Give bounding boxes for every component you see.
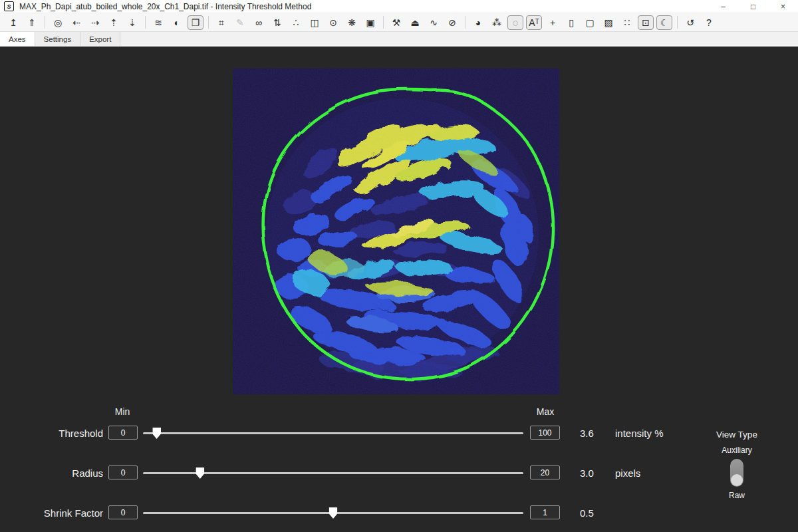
zoom-circle-icon[interactable]: ⊙ bbox=[325, 15, 341, 30]
reset-icon[interactable]: ↺ bbox=[682, 15, 698, 30]
tab-bar: Axes Settings Export bbox=[0, 32, 798, 47]
view-type-label: View Type bbox=[690, 430, 783, 440]
tab-export[interactable]: Export bbox=[80, 32, 120, 46]
threshold-slider-thumb[interactable] bbox=[152, 428, 161, 439]
crop-icon[interactable]: ⌗ bbox=[213, 15, 229, 30]
select-region-icon[interactable]: ▢ bbox=[582, 15, 598, 30]
shrink-factor-value: 0.5 bbox=[580, 507, 594, 519]
export-window-icon[interactable]: ⇑ bbox=[24, 15, 40, 30]
view-type-option-auxiliary: Auxiliary bbox=[690, 446, 783, 455]
main-panel: Min Max Threshold 0 100 3.6 intensity % … bbox=[0, 47, 798, 532]
radius-slider-thumb[interactable] bbox=[196, 467, 204, 479]
particles-icon[interactable]: ∴ bbox=[288, 15, 304, 30]
window-controls: – □ × bbox=[708, 0, 798, 13]
threshold-max-field[interactable]: 100 bbox=[530, 426, 560, 440]
split-view-icon[interactable]: ◫ bbox=[307, 15, 323, 30]
title-bar: S MAX_Ph_Dapi_atub_boiled_whole_20x_Ch1_… bbox=[0, 0, 798, 13]
color-channels-icon[interactable]: ⁂ bbox=[489, 15, 505, 30]
maximize-button[interactable]: □ bbox=[738, 0, 768, 13]
pan-up-icon[interactable]: ⇡ bbox=[106, 15, 122, 30]
view-type-option-raw: Raw bbox=[690, 491, 783, 500]
radius-label: Radius bbox=[0, 467, 103, 479]
app-icon: S bbox=[4, 1, 14, 11]
minimize-button[interactable]: – bbox=[708, 0, 738, 13]
grid-icon[interactable]: ∷ bbox=[619, 15, 635, 30]
microscopy-image bbox=[233, 68, 559, 394]
image-icon[interactable]: ▨ bbox=[600, 15, 616, 30]
toolbar-separator bbox=[208, 16, 209, 29]
radius-max-field[interactable]: 20 bbox=[530, 466, 560, 479]
brain-sparkle-icon[interactable]: ❋ bbox=[344, 15, 360, 30]
window-title: MAX_Ph_Dapi_atub_boiled_whole_20x_Ch1_Da… bbox=[19, 2, 311, 11]
shrink-factor-row: Shrink Factor 0 1 0.5 bbox=[0, 505, 798, 521]
palette-icon[interactable]: ◕ bbox=[470, 15, 486, 30]
waveform-icon[interactable]: ∿ bbox=[426, 15, 442, 30]
datatip-icon[interactable]: ◎ bbox=[50, 15, 66, 30]
threshold-row: Threshold 0 100 3.6 intensity % bbox=[0, 426, 798, 442]
pan-right-icon[interactable]: ⇢ bbox=[87, 15, 103, 30]
shrink-factor-max-field[interactable]: 1 bbox=[530, 505, 560, 519]
ruler-icon[interactable]: ▯ bbox=[563, 15, 579, 30]
threshold-value: 3.6 bbox=[580, 428, 594, 439]
max-column-header: Max bbox=[529, 406, 562, 417]
shield-arrow-icon[interactable]: ⏏ bbox=[407, 15, 423, 30]
close-button[interactable]: × bbox=[768, 0, 798, 13]
chip-icon[interactable]: ▣ bbox=[362, 15, 378, 30]
threshold-label: Threshold bbox=[0, 428, 103, 439]
shrink-factor-slider-thumb[interactable] bbox=[329, 507, 338, 519]
image-axes[interactable] bbox=[233, 68, 559, 394]
tab-settings[interactable]: Settings bbox=[35, 32, 81, 46]
toolbar-separator bbox=[145, 16, 146, 29]
radius-row: Radius 0 20 3.0 pixels bbox=[0, 466, 798, 481]
window-dock-icon[interactable]: ❐ bbox=[188, 15, 203, 30]
boxed-dot-icon[interactable]: ⊡ bbox=[638, 15, 654, 30]
pan-down-icon[interactable]: ⇣ bbox=[124, 15, 140, 30]
font-icon[interactable]: Aᵀ bbox=[526, 15, 542, 30]
shrink-factor-slider[interactable] bbox=[143, 512, 523, 514]
shrink-factor-min-field[interactable]: 0 bbox=[108, 505, 138, 519]
threshold-slider[interactable] bbox=[143, 432, 523, 434]
radius-min-field[interactable]: 0 bbox=[108, 466, 138, 479]
edit-pencil-icon: ✎ bbox=[232, 15, 248, 30]
contrast-icon[interactable]: ◐ bbox=[169, 15, 185, 30]
toolbar: ↥⇑◎⇠⇢⇡⇣≋◐❐⌗✎∞⇅∴◫⊙❋▣⚒⏏∿⊘◕⁂◌Aᵀ+▯▢▨∷⊡☾↺? bbox=[0, 13, 798, 32]
roi-circle-icon[interactable]: ◌ bbox=[507, 15, 523, 30]
radius-value: 3.0 bbox=[580, 467, 594, 479]
toolbar-separator bbox=[677, 16, 678, 29]
slash-circle-icon[interactable]: ⊘ bbox=[444, 15, 460, 30]
view-type-block: View Type Auxiliary Raw bbox=[690, 430, 783, 500]
pan-left-icon[interactable]: ⇠ bbox=[68, 15, 84, 30]
view-type-toggle[interactable] bbox=[730, 459, 743, 487]
layers-icon[interactable]: ≋ bbox=[150, 15, 166, 30]
dark-mode-moon-icon[interactable]: ☾ bbox=[656, 15, 672, 30]
crosshair-icon[interactable]: + bbox=[545, 15, 561, 30]
tab-axes[interactable]: Axes bbox=[0, 32, 35, 46]
radius-unit: pixels bbox=[615, 467, 640, 479]
radius-slider[interactable] bbox=[143, 472, 523, 474]
threshold-unit: intensity % bbox=[615, 428, 664, 439]
shrink-factor-label: Shrink Factor bbox=[0, 507, 103, 519]
help-icon[interactable]: ? bbox=[701, 15, 717, 30]
toolbar-separator bbox=[465, 16, 466, 29]
toolbar-separator bbox=[45, 16, 45, 29]
min-column-header: Min bbox=[106, 406, 139, 417]
export-icon[interactable]: ↥ bbox=[5, 15, 21, 30]
sort-arrows-icon[interactable]: ⇅ bbox=[269, 15, 285, 30]
view-type-toggle-knob[interactable] bbox=[731, 474, 743, 486]
toolbar-separator bbox=[383, 16, 384, 29]
tools-icon[interactable]: ⚒ bbox=[388, 15, 404, 30]
link-icon[interactable]: ∞ bbox=[251, 15, 267, 30]
threshold-min-field[interactable]: 0 bbox=[108, 426, 138, 440]
